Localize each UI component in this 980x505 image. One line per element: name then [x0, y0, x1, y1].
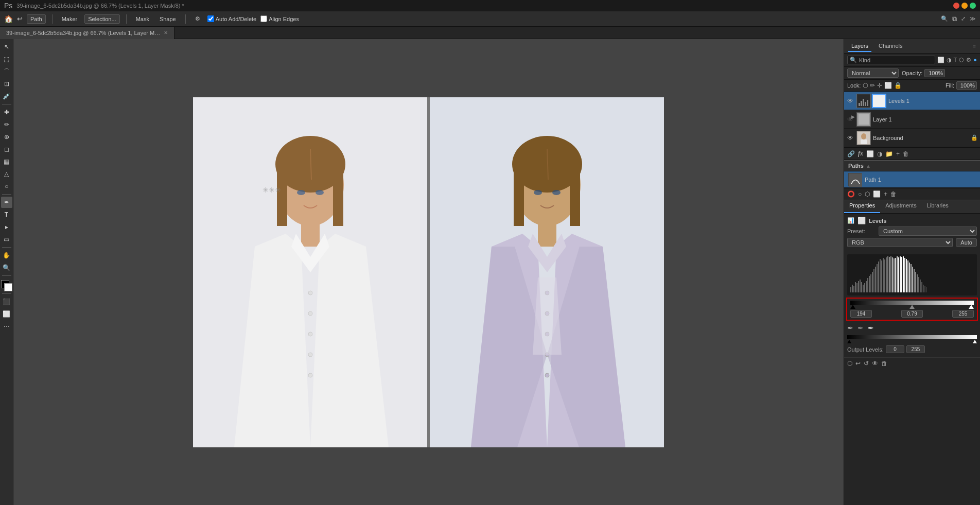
white-eyedropper[interactable]: ✒	[868, 324, 874, 332]
history-icon[interactable]: ↩	[17, 15, 23, 23]
output-white-slider[interactable]	[973, 340, 977, 343]
black-slider[interactable]	[850, 305, 855, 309]
filter-smart-icon[interactable]: ⚙	[966, 57, 971, 63]
healing-tool[interactable]: ✚	[1, 107, 12, 118]
blur-tool[interactable]: △	[1, 168, 12, 180]
tab-adjustments[interactable]: Adjustments	[880, 200, 922, 213]
path-load-icon[interactable]: ⬡	[865, 190, 870, 198]
eyedropper-tool[interactable]: 💉	[1, 91, 12, 102]
zoom-tool[interactable]: 🔍	[1, 262, 12, 273]
search-icon-top[interactable]: 🔍	[941, 15, 948, 22]
extra-tools[interactable]: ⋯	[1, 321, 12, 332]
path-fill-icon[interactable]: ⭕	[847, 190, 855, 198]
dodge-tool[interactable]: ○	[1, 181, 12, 192]
auto-btn[interactable]: Auto	[956, 238, 977, 247]
lock-image-icon[interactable]: ✏	[870, 82, 875, 89]
layer-visibility-background[interactable]: 👁	[846, 134, 854, 142]
shape-btn[interactable]: Shape	[156, 15, 179, 23]
blend-mode-select[interactable]: Normal	[847, 68, 899, 78]
filter-adj-icon[interactable]: ◑	[947, 57, 952, 63]
filter-pixel-icon[interactable]: ⬜	[937, 57, 944, 63]
type-tool[interactable]: T	[1, 209, 12, 220]
path-item-1[interactable]: Path 1	[844, 171, 980, 188]
filter-shape-icon[interactable]: ⬡	[959, 57, 964, 63]
quick-mask-tool[interactable]: ⬛	[1, 296, 12, 307]
white-slider[interactable]	[969, 305, 974, 309]
lock-all-icon[interactable]: 🔒	[894, 82, 902, 89]
canvas-area[interactable]: ✳✳✳	[13, 39, 844, 505]
filter-type-icon[interactable]: T	[954, 57, 957, 63]
layer-visibility-levels1[interactable]: 👁	[846, 97, 854, 105]
layer-item-background[interactable]: 👁 Background 🔒	[844, 129, 980, 147]
tool-path-label[interactable]: Path	[27, 14, 46, 24]
mask-btn[interactable]: Mask	[133, 15, 152, 23]
maker-btn[interactable]: Maker	[59, 15, 81, 23]
align-edges-checkbox[interactable]: Align Edges	[260, 15, 299, 22]
brush-tool[interactable]: ✏	[1, 119, 12, 130]
expand-icon[interactable]: ⤢	[961, 15, 966, 22]
delete-layer-icon[interactable]: 🗑	[903, 150, 909, 158]
screen-mode-tool[interactable]: ⬜	[1, 308, 12, 320]
shape-tool-side[interactable]: ▭	[1, 234, 12, 245]
opacity-input[interactable]	[924, 69, 945, 77]
settings-icon[interactable]: ⚙	[192, 14, 203, 23]
eraser-tool[interactable]: ◻	[1, 144, 12, 155]
selection-btn[interactable]: Selection...	[84, 14, 119, 24]
toggle-visibility-icon[interactable]: 👁	[872, 360, 878, 367]
black-eyedropper[interactable]: ✒	[847, 324, 853, 332]
input-black-value[interactable]: 194	[850, 310, 872, 318]
gray-eyedropper[interactable]: ✒	[857, 324, 864, 332]
add-mask-icon[interactable]: ⬜	[866, 150, 874, 158]
pen-tool[interactable]: ✒	[1, 197, 12, 208]
output-max-input[interactable]: 255	[906, 345, 925, 353]
file-tab[interactable]: 39-image_6-5dc2b5da34b.jpg @ 66.7% (Leve…	[0, 27, 174, 39]
collapse-right-icon[interactable]: ≫	[970, 15, 976, 22]
hand-tool[interactable]: ✋	[1, 250, 12, 261]
select-tool[interactable]: ⬚	[1, 54, 12, 65]
reset-icon[interactable]: ↺	[864, 360, 869, 367]
path-mask-icon[interactable]: ⬜	[873, 190, 881, 198]
input-white-value[interactable]: 255	[952, 310, 974, 318]
link-layers-icon[interactable]: 🔗	[847, 150, 855, 158]
output-black-slider[interactable]	[847, 340, 851, 343]
prev-state-icon[interactable]: ↩	[855, 360, 861, 367]
preset-select[interactable]: Custom	[879, 227, 977, 236]
channel-select[interactable]: RGB	[847, 238, 953, 247]
color-boxes[interactable]	[1, 280, 12, 291]
background-color[interactable]	[4, 283, 12, 291]
layer-item-layer1[interactable]: 👁 ▶ Layer 1	[844, 110, 980, 129]
add-fx-icon[interactable]: fx	[858, 150, 863, 158]
minimize-btn[interactable]	[961, 3, 968, 9]
path-stroke-icon[interactable]: ○	[858, 190, 862, 198]
layers-tab[interactable]: Layers	[848, 41, 871, 52]
output-min-input[interactable]: 0	[886, 345, 904, 353]
crop-tool[interactable]: ⊡	[1, 78, 12, 90]
input-mid-value[interactable]: 0.79	[901, 310, 923, 318]
add-group-icon[interactable]: 📁	[885, 150, 893, 158]
lasso-tool[interactable]: ⌒	[1, 66, 12, 77]
path-add-icon[interactable]: +	[884, 190, 887, 198]
gradient-tool[interactable]: ▦	[1, 156, 12, 167]
add-fill-icon[interactable]: ◑	[877, 150, 882, 158]
auto-add-delete-checkbox[interactable]: Auto Add/Delete	[207, 15, 257, 22]
fill-input[interactable]	[956, 81, 977, 90]
filter-toggle-icon[interactable]: ●	[973, 57, 977, 63]
layers-search[interactable]: 🔍 Kind	[847, 56, 935, 64]
channels-tab[interactable]: Channels	[876, 41, 905, 52]
lock-artboard-icon[interactable]: ⬜	[884, 82, 892, 89]
panel-collapse-btn[interactable]: ≡	[973, 43, 976, 49]
path-select-tool[interactable]: ▸	[1, 221, 12, 233]
move-tool[interactable]: ↖	[1, 41, 12, 53]
close-btn[interactable]	[953, 3, 959, 9]
maximize-btn[interactable]	[970, 3, 976, 9]
path-delete-icon[interactable]: 🗑	[890, 190, 897, 198]
tab-libraries[interactable]: Libraries	[922, 200, 954, 213]
tab-close-btn[interactable]: ✕	[164, 30, 168, 36]
layer-item-levels1[interactable]: 👁 Levels 1	[844, 92, 980, 110]
clone-tool[interactable]: ⊕	[1, 131, 12, 143]
paths-header[interactable]: Paths ▲	[844, 161, 980, 171]
lock-position-icon[interactable]: ✛	[877, 82, 882, 89]
clip-to-layer-icon[interactable]: ⬡	[847, 360, 852, 367]
home-icon[interactable]: 🏠	[4, 15, 13, 23]
delete-adj-icon[interactable]: 🗑	[881, 360, 887, 367]
